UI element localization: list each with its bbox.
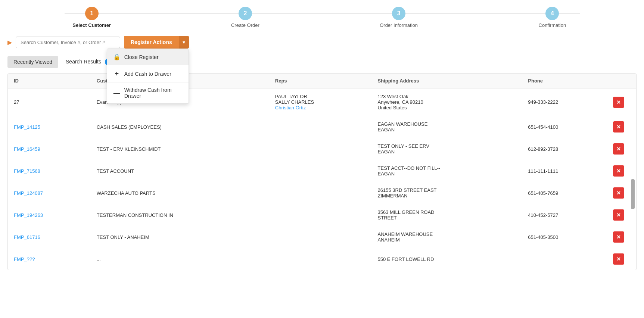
id-link[interactable]: FMP_71568 <box>14 168 40 174</box>
cell-reps <box>269 226 372 248</box>
cell-customer-name: TEST ONLY - ANAHEIM <box>91 226 269 248</box>
cell-delete[interactable]: ✕ <box>607 116 630 138</box>
table-row: FMP_16459TEST - ERV KLEINSCHMIDTTEST ONL… <box>8 138 636 160</box>
topbar: ▶ Register Actions ▾ 🔒 Close Register + … <box>0 32 644 52</box>
step-4-label: Confirmation <box>539 22 566 28</box>
dropdown-item-add-cash[interactable]: + Add Cash to Drawer <box>107 65 189 82</box>
scrollbar-thumb[interactable] <box>631 179 635 209</box>
tab-recently-viewed-label: Recently Viewed <box>13 59 52 65</box>
add-cash-label: Add Cash to Drawer <box>124 71 171 77</box>
step-2-label: Create Order <box>231 22 259 28</box>
cell-id[interactable]: FMP_194263 <box>8 204 91 226</box>
rep-name: SALLY CHARLES <box>275 99 366 105</box>
col-header-shipping: Shipping Address <box>372 74 522 88</box>
step-1-circle: 1 <box>85 7 99 20</box>
cell-customer-name: ... <box>91 248 269 270</box>
register-actions-label: Register Actions <box>131 39 172 45</box>
rep-name: PAUL TAYLOR <box>275 94 366 99</box>
minus-icon: — <box>113 89 121 97</box>
delete-button[interactable]: ✕ <box>613 165 624 177</box>
rep-name: Christian Ortiz <box>275 105 366 110</box>
cell-reps: PAUL TAYLORSALLY CHARLESChristian Ortiz <box>269 88 372 116</box>
dropdown-item-close-register[interactable]: 🔒 Close Register <box>107 49 189 65</box>
cell-customer-name: TEST ACCOUNT <box>91 160 269 182</box>
step-4: 4 Confirmation <box>476 7 629 28</box>
cell-phone: 651-405-3500 <box>522 226 607 248</box>
cell-id[interactable]: FMP_71568 <box>8 160 91 182</box>
id-link[interactable]: FMP_??? <box>14 256 35 262</box>
cell-delete[interactable]: ✕ <box>607 182 630 204</box>
delete-button[interactable]: ✕ <box>613 253 624 265</box>
register-actions-dropdown-toggle[interactable]: ▾ <box>179 36 189 49</box>
delete-button[interactable]: ✕ <box>613 209 624 221</box>
cell-id[interactable]: FMP_124087 <box>8 182 91 204</box>
delete-button[interactable]: ✕ <box>613 187 624 199</box>
cell-phone: 410-452-5727 <box>522 204 607 226</box>
tab-recently-viewed[interactable]: Recently Viewed <box>7 56 58 68</box>
cell-delete[interactable]: ✕ <box>607 248 630 270</box>
table-header-row: ID Customer Name Reps Shipping Address P… <box>8 74 636 88</box>
delete-button[interactable]: ✕ <box>613 231 624 243</box>
cell-customer-name: TESTERMAN CONSTRUCTION IN <box>91 204 269 226</box>
step-3-label: Order Information <box>380 22 418 28</box>
cell-phone: 651-454-4100 <box>522 116 607 138</box>
table-row: 27Evans SuppliesPAUL TAYLORSALLY CHARLES… <box>8 88 636 116</box>
stepper: 1 Select Customer 2 Create Order 3 Order… <box>0 0 644 32</box>
cell-reps <box>269 248 372 270</box>
cell-delete[interactable]: ✕ <box>607 226 630 248</box>
scrollbar-cell[interactable] <box>630 88 636 270</box>
id-link[interactable]: FMP_124087 <box>14 190 43 196</box>
cell-delete[interactable]: ✕ <box>607 88 630 116</box>
cell-delete[interactable]: ✕ <box>607 160 630 182</box>
cell-delete[interactable]: ✕ <box>607 138 630 160</box>
cell-customer-name: CASH SALES (EMPLOYEES) <box>91 116 269 138</box>
cell-id: 27 <box>8 88 91 116</box>
lock-icon: 🔒 <box>113 53 121 60</box>
plus-icon: + <box>113 70 121 78</box>
table-row: FMP_194263TESTERMAN CONSTRUCTION IN3563 … <box>8 204 636 226</box>
cell-id[interactable]: FMP_61716 <box>8 226 91 248</box>
chevron-down-icon: ▾ <box>183 39 185 45</box>
id-link[interactable]: FMP_16459 <box>14 146 40 152</box>
table-row: FMP_61716TEST ONLY - ANAHEIMANAHEIM WARE… <box>8 226 636 248</box>
back-arrow-icon[interactable]: ▶ <box>7 39 12 46</box>
table-row: FMP_124087WARZECHA AUTO PARTS26155 3RD S… <box>8 182 636 204</box>
cell-phone: 651-405-7659 <box>522 182 607 204</box>
search-input[interactable] <box>16 37 120 48</box>
delete-button[interactable]: ✕ <box>613 143 624 155</box>
cell-shipping: ANAHEIM WAREHOUSE ANAHEIM <box>372 226 522 248</box>
step-4-circle: 4 <box>545 7 559 20</box>
cell-phone: 949-333-2222 <box>522 88 607 116</box>
cell-id[interactable]: FMP_??? <box>8 248 91 270</box>
cell-delete[interactable]: ✕ <box>607 204 630 226</box>
id-link[interactable]: FMP_194263 <box>14 212 43 218</box>
cell-id[interactable]: FMP_16459 <box>8 138 91 160</box>
cell-customer-name: TEST - ERV KLEINSCHMIDT <box>91 138 269 160</box>
delete-button[interactable]: ✕ <box>613 121 624 132</box>
table-row: FMP_???...550 E FORT LOWELL RD✕ <box>8 248 636 270</box>
cell-phone <box>522 248 607 270</box>
cell-shipping: TEST ONLY - SEE ERV EAGAN <box>372 138 522 160</box>
step-3: 3 Order Information <box>322 7 476 28</box>
id-link[interactable]: FMP_61716 <box>14 234 40 240</box>
cell-id[interactable]: FMP_14125 <box>8 116 91 138</box>
dropdown-item-withdraw-cash[interactable]: — Withdraw Cash from Drawer <box>107 82 189 103</box>
col-header-action <box>607 74 630 88</box>
step-3-circle: 3 <box>392 7 405 20</box>
tab-search-results-label: Search Results <box>66 59 101 65</box>
cell-shipping: 3563 MILL GREEN ROAD STREET <box>372 204 522 226</box>
col-header-id: ID <box>8 74 91 88</box>
cell-shipping: TEST ACCT--DO NOT FILL-- EAGAN <box>372 160 522 182</box>
cell-shipping: 123 West Oak Anywhere, CA 90210 United S… <box>372 88 522 116</box>
table-row: FMP_14125CASH SALES (EMPLOYEES)EAGAN WAR… <box>8 116 636 138</box>
register-actions-button[interactable]: Register Actions <box>124 36 179 49</box>
cell-shipping: 26155 3RD STREET EAST ZIMMERMAN <box>372 182 522 204</box>
close-register-label: Close Register <box>124 54 159 60</box>
results-table-container: ID Customer Name Reps Shipping Address P… <box>7 73 637 270</box>
col-header-reps: Reps <box>269 74 372 88</box>
delete-button[interactable]: ✕ <box>613 97 624 108</box>
col-header-phone: Phone <box>522 74 607 88</box>
register-actions-wrapper: Register Actions ▾ 🔒 Close Register + Ad… <box>124 36 189 49</box>
id-link[interactable]: FMP_14125 <box>14 124 40 130</box>
step-2: 2 Create Order <box>168 7 322 28</box>
